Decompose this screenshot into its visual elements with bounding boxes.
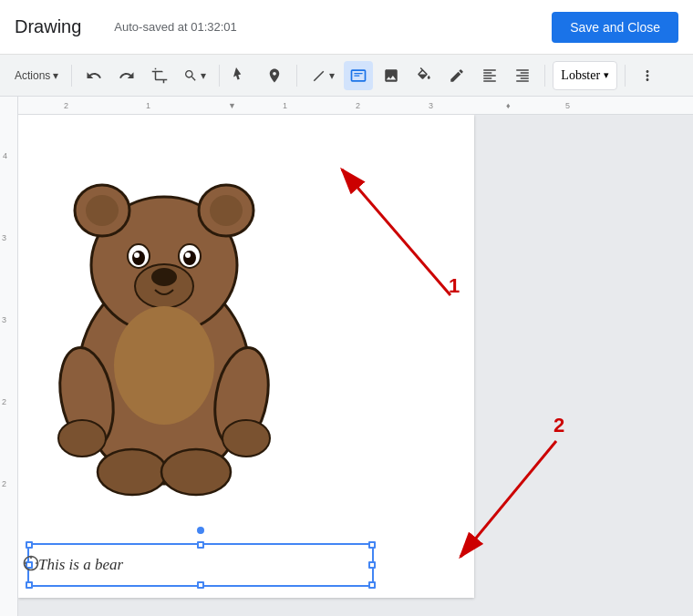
toolbar-separator-4 [544,65,545,87]
handle-top-mid[interactable] [197,541,204,549]
font-dropdown-arrow: ▾ [604,69,609,81]
handle-bot-left[interactable] [26,581,33,589]
svg-point-17 [58,420,106,457]
zoom-arrow-icon: ▾ [201,69,206,82]
rotation-handle[interactable] [197,527,204,534]
toolbar-separator-5 [625,65,626,87]
svg-point-9 [134,252,140,258]
line-tool-button[interactable]: ▾ [305,61,340,90]
toolbar-separator-2 [219,65,220,87]
ruler-left: 4 3 3 2 2 [0,97,18,616]
select-tool-button[interactable] [227,61,256,90]
annotation-2: 2 [553,414,564,437]
save-and-close-button[interactable]: Save and Close [552,12,678,43]
toolbar-separator-3 [296,65,297,87]
drawing-toolbar: Actions ▾ ▾ ▾ [0,55,693,97]
handle-bot-right[interactable] [368,581,376,589]
crosshair-icon [22,554,40,575]
line-arrow-icon: ▾ [329,69,335,82]
actions-label: Actions [15,69,50,82]
text-box-content: This is a bear [38,556,123,574]
text-box[interactable]: This is a bear [27,543,374,587]
svg-point-4 [86,195,119,226]
svg-line-25 [460,441,556,557]
document-title: Drawing [15,16,81,37]
svg-point-19 [98,449,167,495]
textbox-tool-button[interactable] [344,61,373,90]
handle-bot-mid[interactable] [197,581,204,589]
more-options-button[interactable] [633,61,662,90]
handle-mid-right[interactable] [368,561,376,569]
app-header: Drawing Auto-saved at 01:32:01 Save and … [0,0,693,55]
svg-point-18 [222,420,270,457]
paint-bucket-button[interactable] [409,61,439,90]
autosave-status: Auto-saved at 01:32:01 [114,20,236,34]
svg-point-14 [151,268,177,286]
canvas-area: 2 1 ▼ 1 2 3 ♦ 5 4 3 3 2 2 [0,97,693,616]
annotation-1: 1 [449,274,460,298]
crop-rotate-button[interactable] [145,61,174,90]
svg-point-8 [132,251,145,265]
pan-button[interactable] [260,61,289,90]
toolbar-separator-1 [71,65,72,87]
font-name-label: Lobster [561,68,600,83]
svg-point-12 [185,252,191,258]
pencil-tool-button[interactable] [442,61,471,90]
font-dropdown[interactable]: Lobster ▾ [553,61,617,90]
handle-top-left[interactable] [26,541,33,549]
align-button[interactable] [475,61,504,90]
redo-button[interactable] [112,61,141,90]
image-tool-button[interactable] [377,61,406,90]
svg-point-21 [114,306,214,425]
handle-top-right[interactable] [368,541,376,549]
svg-point-20 [161,449,231,495]
drawing-canvas[interactable]: This is a bear [18,115,474,598]
bear-image [36,133,292,516]
svg-point-6 [210,195,243,226]
actions-menu-button[interactable]: Actions ▾ [9,61,64,90]
align-right-button[interactable] [508,61,537,90]
ruler-top: 2 1 ▼ 1 2 3 ♦ 5 [0,97,693,115]
svg-point-11 [183,251,196,265]
undo-button[interactable] [79,61,109,90]
zoom-button[interactable]: ▾ [178,61,212,90]
actions-arrow-icon: ▾ [53,69,58,82]
